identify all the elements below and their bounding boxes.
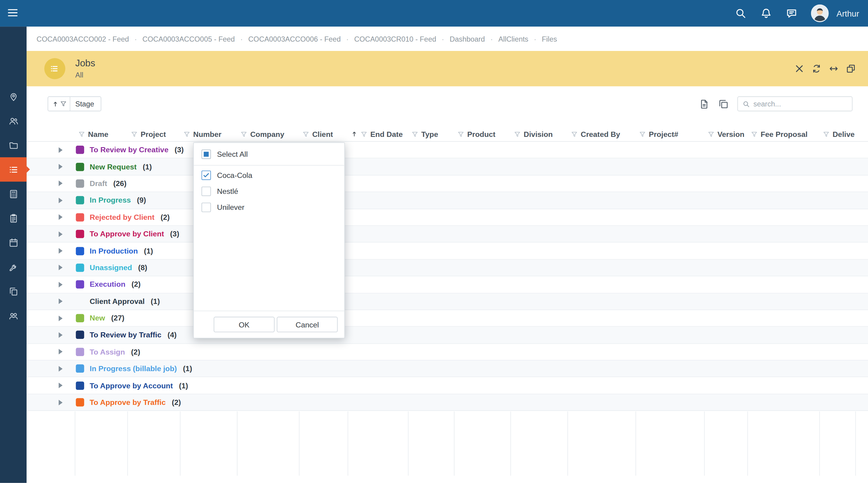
search-input[interactable] [753, 100, 847, 108]
breadcrumb-item-coca0003acco006-feed[interactable]: COCA0003ACCO006 - Feed [248, 35, 341, 43]
menu-icon[interactable] [7, 7, 20, 20]
search-icon[interactable] [735, 7, 747, 19]
sidebar-item-calculator[interactable] [0, 181, 27, 206]
sidebar-item-calendar[interactable] [0, 230, 27, 255]
column-header-product[interactable]: Product [454, 126, 510, 142]
sidebar-item-documents[interactable] [0, 279, 27, 304]
column-header-client[interactable]: Client [299, 126, 348, 142]
sidebar-item-team[interactable] [0, 304, 27, 328]
group-row-to-review-by-traffic[interactable]: To Review by Traffic(4) [27, 327, 868, 344]
expand-arrow-icon[interactable] [59, 399, 63, 405]
layout-icon[interactable] [718, 98, 729, 110]
group-row-to-approve-by-account[interactable]: To Approve by Account(1) [27, 378, 868, 394]
group-row-new[interactable]: New(27) [27, 310, 868, 327]
breadcrumb-item-dashboard[interactable]: Dashboard [450, 35, 485, 43]
close-icon[interactable] [795, 64, 804, 73]
filter-icon[interactable] [183, 130, 190, 138]
ok-button[interactable]: OK [214, 317, 275, 332]
breadcrumb-item-files[interactable]: Files [542, 35, 557, 43]
checkbox-unchecked[interactable] [202, 203, 211, 212]
expand-arrow-icon[interactable] [59, 332, 63, 338]
group-row-to-approve-by-traffic[interactable]: To Approve by Traffic(2) [27, 394, 868, 411]
column-header-project[interactable]: Project# [636, 126, 704, 142]
column-header-type[interactable]: Type [408, 126, 454, 142]
sidebar-item-folder[interactable] [0, 133, 27, 157]
filter-icon[interactable] [751, 130, 758, 138]
expand-arrow-icon[interactable] [59, 147, 63, 153]
expand-arrow-icon[interactable] [59, 248, 63, 253]
group-row-unassigned[interactable]: Unassigned(8) [27, 260, 868, 276]
sidebar-item-location-pin[interactable] [0, 84, 27, 109]
group-row-to-review-by-creative[interactable]: To Review by Creative(3) [27, 142, 868, 159]
expand-arrow-icon[interactable] [59, 231, 63, 237]
popout-icon[interactable] [846, 64, 856, 73]
filter-option-unilever[interactable]: Unilever [202, 203, 337, 212]
filter-icon[interactable] [823, 130, 830, 138]
expand-arrow-icon[interactable] [59, 181, 63, 186]
filter-icon[interactable] [514, 130, 521, 138]
filter-icon[interactable] [707, 130, 715, 138]
export-icon[interactable] [699, 98, 710, 110]
group-row-execution[interactable]: Execution(2) [27, 276, 868, 293]
filter-option-nestl[interactable]: Nestlé [202, 187, 337, 196]
sidebar-item-users[interactable] [0, 109, 27, 133]
column-header-division[interactable]: Division [510, 126, 567, 142]
refresh-icon[interactable] [812, 64, 822, 73]
breadcrumb-item-coca0003cr010-feed[interactable]: COCA0003CR010 - Feed [354, 35, 436, 43]
cancel-button[interactable]: Cancel [277, 317, 338, 332]
expand-arrow-icon[interactable] [59, 265, 63, 270]
checkbox-unchecked[interactable] [202, 187, 211, 196]
group-row-draft[interactable]: Draft(26) [27, 176, 868, 192]
checkbox-checked[interactable] [202, 171, 211, 180]
filter-icon[interactable] [361, 130, 368, 138]
filter-icon[interactable] [130, 130, 138, 138]
group-row-in-progress[interactable]: In Progress(9) [27, 192, 868, 209]
breadcrumb-item-allclients[interactable]: AllClients [498, 35, 528, 43]
select-all-checkbox[interactable] [202, 150, 211, 159]
breadcrumb-item-coca0003acco005-feed[interactable]: COCA0003ACCO005 - Feed [143, 35, 235, 43]
group-row-to-approve-by-client[interactable]: To Approve by Client(3) [27, 226, 868, 243]
group-row-to-assign[interactable]: To Assign(2) [27, 344, 868, 361]
expand-arrow-icon[interactable] [59, 164, 63, 170]
sidebar-item-jobs-list[interactable] [0, 157, 27, 182]
breadcrumb-item-coca0003acco002-feed[interactable]: COCA0003ACCO002 - Feed [36, 35, 129, 43]
column-header-name[interactable]: Name [75, 126, 127, 142]
expand-arrow-icon[interactable] [59, 315, 63, 321]
column-header-fee-proposal[interactable]: Fee Proposal [747, 126, 819, 142]
group-row-client-approval[interactable]: Client Approval(1) [27, 293, 868, 310]
group-sort-segment[interactable] [48, 97, 70, 111]
column-header-project[interactable]: Project [127, 126, 180, 142]
messages-icon[interactable] [786, 7, 798, 19]
filter-icon[interactable] [571, 130, 578, 138]
expand-arrow-icon[interactable] [59, 198, 63, 203]
column-header-version[interactable]: Version [704, 126, 747, 142]
filter-icon[interactable] [240, 130, 247, 138]
filter-icon[interactable] [411, 130, 418, 138]
group-row-rejected-by-client[interactable]: Rejected by Client(2) [27, 209, 868, 226]
group-by-stage-chip[interactable]: Stage [48, 96, 101, 112]
user-name[interactable]: Arthur [837, 8, 859, 18]
expand-arrow-icon[interactable] [59, 299, 63, 304]
expand-arrow-icon[interactable] [59, 349, 63, 355]
column-header-end-date[interactable]: End Date [347, 126, 408, 142]
column-header-company[interactable]: Company [237, 126, 299, 142]
column-header-delive[interactable]: Delive [819, 126, 868, 142]
column-header-created-by[interactable]: Created By [567, 126, 636, 142]
expand-arrow-icon[interactable] [59, 214, 63, 220]
filter-icon[interactable] [78, 130, 85, 138]
group-row-in-production[interactable]: In Production(1) [27, 243, 868, 260]
expand-horizontal-icon[interactable] [829, 64, 839, 73]
expand-arrow-icon[interactable] [59, 366, 63, 371]
group-row-in-progress-billable-job[interactable]: In Progress (billable job)(1) [27, 361, 868, 378]
avatar[interactable] [811, 4, 829, 22]
filter-icon[interactable] [639, 130, 646, 138]
filter-icon[interactable] [457, 130, 464, 138]
notifications-icon[interactable] [760, 7, 772, 19]
select-all-option[interactable]: Select All [194, 143, 344, 165]
group-row-new-request[interactable]: New Request(1) [27, 159, 868, 176]
filter-option-coca-cola[interactable]: Coca-Cola [202, 171, 337, 180]
expand-arrow-icon[interactable] [59, 282, 63, 287]
sidebar-item-tools[interactable] [0, 255, 27, 279]
expand-arrow-icon[interactable] [59, 383, 63, 388]
filter-icon[interactable] [302, 130, 310, 138]
